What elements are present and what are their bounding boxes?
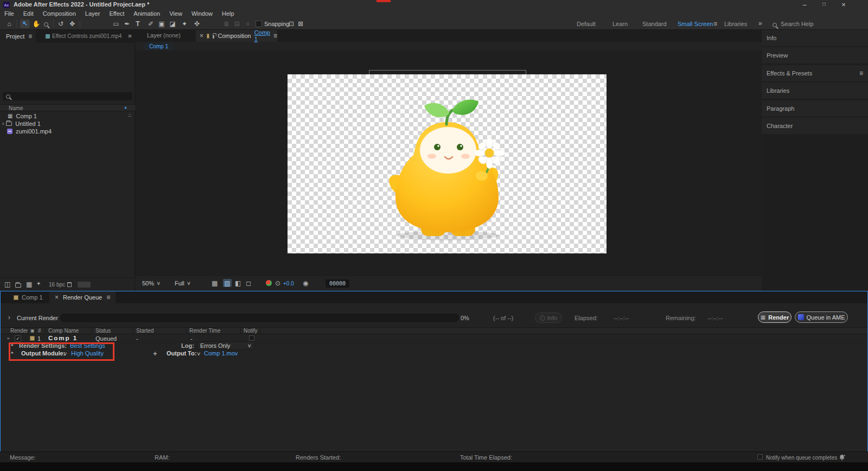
panel-preview[interactable]: Preview xyxy=(762,47,868,63)
project-columns-header[interactable]: Name ▲ xyxy=(0,104,135,111)
resolution-dropdown[interactable]: Full ˅ xyxy=(175,280,190,287)
panel-menu-icon[interactable]: ≡ xyxy=(859,70,863,77)
new-folder-icon[interactable] xyxy=(15,282,21,289)
col-comp-name[interactable]: Comp Name xyxy=(48,328,79,334)
expander-icon[interactable]: › xyxy=(2,121,4,126)
col-render[interactable]: Render xyxy=(10,328,28,334)
pan-behind-tool[interactable]: ✥ xyxy=(67,20,77,28)
panel-libraries[interactable]: Libraries xyxy=(762,82,868,99)
log-dropdown[interactable]: Errors Only ˅ xyxy=(197,341,254,350)
project-item-untitled1[interactable]: › Untitled 1 xyxy=(0,120,135,128)
name-column-header[interactable]: Name xyxy=(9,105,23,111)
workspace-standard[interactable]: Standard xyxy=(642,21,667,27)
type-tool[interactable]: T xyxy=(133,20,143,28)
viewer-canvas[interactable] xyxy=(135,50,762,275)
render-button[interactable]: ▦ Render xyxy=(758,311,792,323)
channel-icon[interactable] xyxy=(266,280,272,286)
timecode-field[interactable]: 00000 xyxy=(326,279,349,288)
tab-composition[interactable]: × Composition Comp 1 ≡ xyxy=(196,30,277,42)
grid-guides-icon[interactable]: ▦ xyxy=(212,280,218,287)
panel-scrollbar-thumb[interactable] xyxy=(78,282,91,288)
add-output-module-icon[interactable]: + xyxy=(153,349,157,358)
zoom-tool[interactable] xyxy=(44,21,48,28)
workspace-learn[interactable]: Learn xyxy=(612,21,628,27)
tab-render-queue[interactable]: × Render Queue ≡ xyxy=(49,291,116,303)
search-help-icon[interactable] xyxy=(773,22,777,28)
panel-paragraph[interactable]: Paragraph xyxy=(762,100,868,117)
home-tool[interactable]: ⌂ xyxy=(4,20,14,28)
shape-tool[interactable]: ▭ xyxy=(111,20,121,28)
queue-panel-menu-icon[interactable]: ≡ xyxy=(106,294,110,301)
tab-project[interactable]: Project ≡ xyxy=(0,30,36,43)
workspace-small-screen[interactable]: Small Screen xyxy=(678,21,713,27)
project-search-box[interactable] xyxy=(3,92,132,100)
menu-edit[interactable]: Edit xyxy=(23,10,34,17)
queue-in-ame-button[interactable]: Queue in AME xyxy=(795,311,848,323)
project-panel-menu-icon[interactable]: ≡ xyxy=(28,33,32,40)
sort-ascending-icon[interactable]: ▲ xyxy=(124,105,127,109)
menu-layer[interactable]: Layer xyxy=(85,10,100,17)
menu-view[interactable]: View xyxy=(169,10,182,17)
maximize-button[interactable]: □ xyxy=(814,0,834,9)
tab-close-icon[interactable]: × xyxy=(55,294,59,301)
search-help-input[interactable]: Search Help xyxy=(781,21,814,27)
eraser-tool[interactable]: ◪ xyxy=(168,20,177,28)
snapshot-icon[interactable]: ◉ xyxy=(303,280,308,287)
transparency-grid-icon[interactable]: ▨ xyxy=(223,279,232,287)
new-composition-icon[interactable]: ▦ xyxy=(26,281,32,288)
menu-window[interactable]: Window xyxy=(192,10,213,17)
minimize-button[interactable]: – xyxy=(795,0,814,9)
col-started[interactable]: Started xyxy=(136,328,154,334)
queue-item-row[interactable]: ⌄ ✓ 1 Comp 1 Queued - - xyxy=(1,335,867,342)
tab-composition-name[interactable]: Comp 1 xyxy=(254,29,270,42)
adjust-icon[interactable]: ✦ xyxy=(36,281,41,287)
comp-flowchart-icon[interactable]: ∴ xyxy=(128,113,131,118)
exposure-value[interactable]: +0.0 xyxy=(283,281,294,287)
clone-stamp-tool[interactable]: ▣ xyxy=(157,20,167,28)
label-color-column-icon[interactable]: ▣ xyxy=(30,328,35,334)
panel-character[interactable]: Character xyxy=(762,118,868,134)
toolbar-overflow-icon[interactable]: » xyxy=(758,20,762,27)
pen-tool[interactable]: ✒ xyxy=(122,20,132,28)
menu-file[interactable]: File xyxy=(4,10,14,17)
item-color-chip[interactable] xyxy=(30,336,35,341)
panel-effects-presets[interactable]: Effects & Presets ≡ xyxy=(762,65,868,81)
lock-icon[interactable] xyxy=(213,35,214,39)
menu-composition[interactable]: Composition xyxy=(43,10,76,17)
workspace-default[interactable]: Default xyxy=(577,21,596,27)
snap-option-a-icon[interactable]: ⊡ xyxy=(286,20,296,28)
workspace-libraries[interactable]: Libraries xyxy=(724,21,747,27)
menu-animation[interactable]: Animation xyxy=(133,10,160,17)
col-notify[interactable]: Notify xyxy=(244,328,258,334)
notify-checkbox[interactable] xyxy=(249,335,254,341)
exposure-icon[interactable]: ⊙ xyxy=(275,280,280,287)
project-item-comp1[interactable]: ▦ Comp 1 ∴ xyxy=(0,112,135,120)
tab-layer[interactable]: Layer xyxy=(147,32,162,39)
mask-toggle-icon[interactable]: ◧ xyxy=(235,280,241,287)
roto-brush-tool[interactable]: ✦ xyxy=(180,20,189,28)
selection-tool[interactable]: ↖ xyxy=(20,20,30,28)
col-render-time[interactable]: Render Time xyxy=(189,328,220,334)
hand-tool[interactable]: ✋ xyxy=(31,20,41,28)
menu-effect[interactable]: Effect xyxy=(109,10,124,17)
col-number[interactable]: # xyxy=(38,328,41,334)
tab-comp1-timeline[interactable]: Comp 1 xyxy=(14,291,43,303)
render-info-button[interactable]: i Info xyxy=(535,313,562,323)
tab-effect-controls[interactable]: Effect Controls zumi001.mp4 xyxy=(52,33,122,39)
puppet-pin-tool[interactable]: ✜ xyxy=(192,20,202,28)
close-button[interactable]: × xyxy=(834,0,853,9)
workspace-menu-icon[interactable]: ≡ xyxy=(713,21,717,27)
item-expander-icon[interactable]: ⌄ xyxy=(6,335,10,340)
panel-info[interactable]: Info xyxy=(762,30,868,46)
rotation-tool[interactable]: ↺ xyxy=(56,20,66,28)
delete-icon[interactable] xyxy=(67,282,72,288)
notify-queue-checkbox[interactable] xyxy=(757,454,763,460)
snap-option-b-icon[interactable]: ⊠ xyxy=(296,20,305,28)
comp-navigator-chip[interactable]: Comp 1 xyxy=(145,42,173,50)
output-to-chevron-icon[interactable]: ˅ xyxy=(197,351,200,357)
magnification-dropdown[interactable]: 50% ˅ xyxy=(142,280,160,287)
output-to-value[interactable]: Comp 1.mov xyxy=(204,350,238,357)
render-enabled-checkbox[interactable]: ✓ xyxy=(15,335,21,342)
interpret-footage-icon[interactable]: ◫ xyxy=(4,281,10,288)
col-status[interactable]: Status xyxy=(95,328,111,334)
